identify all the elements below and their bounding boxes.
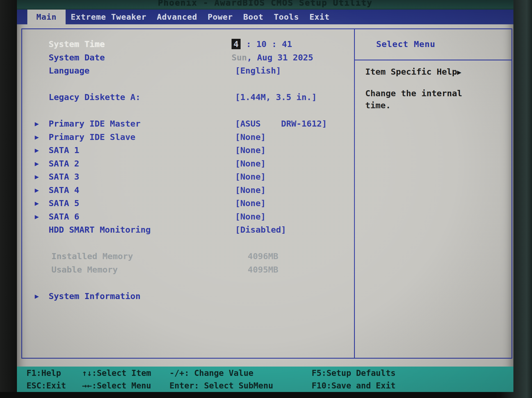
- row-sata-4[interactable]: ▶ SATA 4 [None]: [22, 183, 354, 197]
- help-panel: Select Menu Item Specific Help▶ Change t…: [355, 29, 511, 358]
- sata-2-label: SATA 2: [49, 159, 79, 168]
- tab-power[interactable]: Power: [202, 10, 238, 24]
- legacy-diskette-value[interactable]: [1.44M, 3.5 in.]: [235, 92, 317, 102]
- content-frame: System Time 4 : 10 : 41 System Date Sun,…: [21, 28, 512, 359]
- hint-f10-save-exit: F10:Save and Exit: [312, 381, 396, 390]
- usable-memory-label: Usable Memory: [51, 265, 118, 274]
- row-legacy-diskette[interactable]: Legacy Diskette A: [1.44M, 3.5 in.]: [22, 90, 354, 104]
- system-time-label: System Time: [49, 39, 105, 49]
- row-primary-ide-slave[interactable]: ▶ Primary IDE Slave [None]: [22, 130, 354, 144]
- page-title: Phoenix - AwardBIOS CMOS Setup Utility: [17, 0, 513, 7]
- submenu-arrow-icon: ▶: [35, 199, 39, 207]
- hint-enter-submenu: Enter: Select SubMenu: [169, 381, 273, 390]
- help-subheader-text: Item Specific Help: [365, 67, 457, 77]
- row-sata-1[interactable]: ▶ SATA 1 [None]: [22, 144, 354, 157]
- tab-tools[interactable]: Tools: [269, 10, 304, 24]
- help-arrow-icon: ▶: [457, 68, 461, 76]
- installed-memory-value: 4096MB: [248, 251, 278, 261]
- help-header: Select Menu: [355, 29, 511, 60]
- hint-f5-setup-defaults: F5:Setup Defaults: [312, 368, 396, 378]
- row-sata-2[interactable]: ▶ SATA 2 [None]: [22, 157, 354, 170]
- row-sata-6[interactable]: ▶ SATA 6 [None]: [22, 210, 354, 223]
- hint-select-item: ↑↓:Select Item: [82, 368, 151, 378]
- system-date-label: System Date: [49, 52, 105, 62]
- hint-change-value: -/+: Change Value: [169, 368, 253, 378]
- installed-memory-label: Installed Memory: [51, 251, 133, 261]
- hdd-smart-label: HDD SMART Monitoring: [49, 225, 151, 235]
- submenu-arrow-icon: ▶: [35, 212, 39, 220]
- bezel-bottom: [0, 392, 496, 398]
- submenu-arrow-icon: ▶: [35, 133, 39, 141]
- system-time-value[interactable]: 4 : 10 : 41: [232, 39, 292, 49]
- spacer-row: [22, 276, 354, 289]
- usable-memory-value: 4095MB: [248, 265, 278, 274]
- tab-exit[interactable]: Exit: [304, 10, 335, 24]
- select-menu-label: Select Menu: [376, 39, 435, 49]
- primary-ide-slave-label: Primary IDE Slave: [49, 132, 135, 142]
- key-hint-row: F1:Help ↑↓:Select Item -/+: Change Value…: [17, 367, 513, 379]
- sata-4-label: SATA 4: [49, 185, 79, 195]
- hint-select-menu: →←:Select Menu: [82, 381, 151, 390]
- submenu-arrow-icon: ▶: [35, 146, 39, 154]
- row-system-date[interactable]: System Date Sun, Aug 31 2025: [22, 51, 354, 64]
- help-text: Change the internal time.: [365, 87, 483, 111]
- row-sata-3[interactable]: ▶ SATA 3 [None]: [22, 170, 354, 183]
- hint-f1-help: F1:Help: [27, 368, 61, 378]
- system-information-label: System Information: [49, 291, 141, 301]
- system-date-value[interactable]: Sun, Aug 31 2025: [232, 52, 313, 62]
- row-system-information[interactable]: ▶ System Information: [22, 289, 354, 303]
- submenu-arrow-icon: ▶: [35, 292, 39, 300]
- key-hint-bar: F1:Help ↑↓:Select Item -/+: Change Value…: [17, 367, 513, 392]
- sata-6-value: [None]: [235, 212, 266, 221]
- language-label: Language: [49, 66, 89, 75]
- row-installed-memory: Installed Memory 4096MB: [22, 250, 354, 263]
- sata-5-label: SATA 5: [49, 198, 79, 208]
- hint-esc-exit: ESC:Exit: [27, 381, 66, 390]
- item-specific-help-label: Item Specific Help▶: [365, 67, 461, 77]
- bios-screen: Phoenix - AwardBIOS CMOS Setup Utility M…: [17, 0, 513, 392]
- sata-5-value: [None]: [235, 198, 266, 208]
- submenu-arrow-icon: ▶: [35, 159, 39, 167]
- sata-3-value: [None]: [235, 172, 266, 182]
- date-rest: , Aug 31 2025: [247, 52, 313, 62]
- date-weekday: Sun: [232, 52, 247, 62]
- primary-ide-slave-value: [None]: [235, 132, 266, 142]
- row-sata-5[interactable]: ▶ SATA 5 [None]: [22, 197, 354, 210]
- titlebar: Phoenix - AwardBIOS CMOS Setup Utility: [17, 0, 513, 10]
- tab-advanced[interactable]: Advanced: [152, 10, 203, 24]
- settings-list: System Time 4 : 10 : 41 System Date Sun,…: [22, 37, 354, 303]
- content-area: System Time 4 : 10 : 41 System Date Sun,…: [17, 24, 513, 367]
- sata-6-label: SATA 6: [49, 212, 79, 221]
- spacer-row: [22, 236, 354, 250]
- time-hour-field[interactable]: 4: [232, 39, 241, 49]
- primary-ide-master-label: Primary IDE Master: [49, 119, 141, 128]
- row-primary-ide-master[interactable]: ▶ Primary IDE Master [ASUS DRW-1612]: [22, 117, 354, 130]
- sata-3-label: SATA 3: [49, 172, 79, 182]
- sata-4-value: [None]: [235, 185, 266, 195]
- sata-2-value: [None]: [235, 159, 266, 168]
- submenu-arrow-icon: ▶: [35, 173, 39, 181]
- menu-bar: Main Extreme Tweaker Advanced Power Boot…: [17, 10, 513, 24]
- spacer-row: [22, 77, 354, 91]
- primary-ide-master-value: [ASUS DRW-1612]: [235, 119, 327, 128]
- submenu-arrow-icon: ▶: [35, 186, 39, 194]
- tab-extreme-tweaker[interactable]: Extreme Tweaker: [66, 10, 152, 24]
- row-usable-memory: Usable Memory 4095MB: [22, 263, 354, 276]
- sata-1-label: SATA 1: [49, 145, 79, 155]
- hdd-smart-value[interactable]: [Disabled]: [235, 225, 286, 235]
- row-system-time[interactable]: System Time 4 : 10 : 41: [22, 37, 354, 51]
- submenu-arrow-icon: ▶: [35, 120, 39, 128]
- row-language[interactable]: Language [English]: [22, 64, 354, 77]
- time-rest: : 10 : 41: [241, 39, 292, 49]
- tab-main[interactable]: Main: [27, 10, 66, 24]
- tab-boot[interactable]: Boot: [238, 10, 269, 24]
- key-hint-row: ESC:Exit →←:Select Menu Enter: Select Su…: [17, 379, 513, 392]
- legacy-diskette-label: Legacy Diskette A:: [49, 92, 141, 102]
- sata-1-value: [None]: [235, 145, 266, 155]
- spacer-row: [22, 104, 354, 117]
- language-value[interactable]: [English]: [235, 66, 281, 75]
- row-hdd-smart[interactable]: HDD SMART Monitoring [Disabled]: [22, 223, 354, 236]
